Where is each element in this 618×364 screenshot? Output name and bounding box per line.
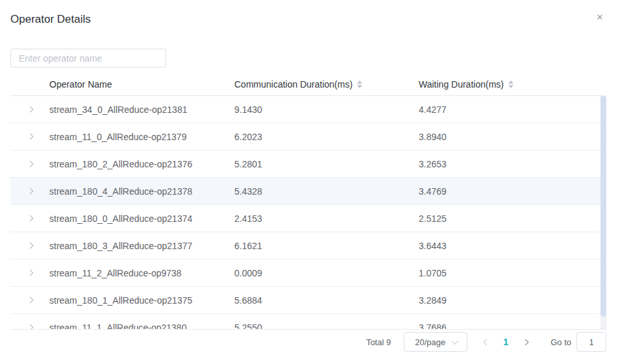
operator-table: Operator Name Communication Duration(ms)… — [10, 73, 606, 330]
page-size-value: 20/page — [415, 337, 445, 347]
chevron-right-icon — [27, 324, 33, 330]
sort-icon[interactable] — [508, 80, 513, 88]
page-size-select[interactable]: 20/page — [404, 332, 467, 352]
operator-name-cell: stream_11_0_AllReduce-op21379 — [49, 132, 234, 142]
chevron-right-icon — [522, 339, 528, 345]
waiting-duration-cell: 3.2653 — [419, 159, 606, 169]
waiting-duration-cell: 2.5125 — [419, 213, 606, 224]
chevron-right-icon — [27, 270, 33, 276]
waiting-duration-cell: 3.2849 — [419, 295, 606, 306]
current-page-number[interactable]: 1 — [496, 337, 515, 347]
waiting-duration-cell: 3.6443 — [419, 241, 606, 251]
column-header-label: Waiting Duration(ms) — [419, 79, 504, 90]
waiting-duration-cell: 3.4769 — [419, 186, 606, 197]
expand-row-button[interactable] — [10, 123, 49, 150]
operator-name-cell: stream_180_1_AllReduce-op21375 — [49, 295, 234, 306]
operator-name-cell: stream_180_4_AllReduce-op21378 — [49, 186, 234, 197]
chevron-right-icon — [27, 106, 33, 113]
communication-duration-cell: 6.1621 — [234, 241, 419, 251]
search-input[interactable] — [10, 49, 166, 67]
table-row: stream_180_4_AllReduce-op213785.43283.47… — [10, 178, 606, 205]
chevron-right-icon — [27, 297, 33, 304]
communication-duration-cell: 5.4328 — [234, 186, 419, 197]
column-header-label: Operator Name — [49, 79, 112, 90]
sort-icon[interactable] — [357, 80, 362, 88]
table-body: stream_34_0_AllReduce-op213819.14304.427… — [10, 96, 606, 330]
expand-row-button[interactable] — [10, 260, 49, 286]
table-row: stream_11_1_AllReduce-op213805.25503.768… — [10, 314, 606, 330]
chevron-right-icon — [27, 243, 33, 249]
waiting-duration-cell: 1.0705 — [419, 268, 606, 278]
pagination-bar: Total 9 20/page 1 Go to — [366, 332, 606, 352]
communication-duration-cell: 6.2023 — [234, 132, 419, 142]
operator-name-cell: stream_180_0_AllReduce-op21374 — [49, 213, 234, 224]
goto-label: Go to — [550, 337, 571, 347]
total-count-label: Total 9 — [366, 337, 391, 347]
operator-name-cell: stream_34_0_AllReduce-op21381 — [49, 104, 234, 115]
scrollbar-thumb[interactable] — [600, 96, 606, 317]
expand-row-button[interactable] — [10, 96, 49, 123]
chevron-right-icon — [27, 188, 33, 195]
page-title: Operator Details — [10, 13, 91, 26]
operator-name-cell: stream_11_1_AllReduce-op21380 — [49, 322, 234, 330]
communication-duration-cell: 0.0009 — [234, 268, 419, 278]
operator-name-cell: stream_11_2_AllReduce-op9738 — [49, 268, 234, 278]
column-header-waiting-duration: Waiting Duration(ms) — [419, 79, 606, 90]
column-header-label: Communication Duration(ms) — [234, 79, 352, 90]
goto-page-input[interactable] — [576, 332, 606, 352]
chevron-down-icon — [452, 338, 458, 345]
expand-row-button[interactable] — [10, 232, 49, 259]
table-row: stream_180_3_AllReduce-op213776.16213.64… — [10, 232, 606, 260]
expand-row-button[interactable] — [10, 178, 49, 204]
vertical-scrollbar[interactable] — [600, 96, 606, 329]
prev-page-button[interactable] — [476, 332, 496, 352]
next-page-button[interactable] — [515, 332, 535, 352]
chevron-left-icon — [483, 339, 489, 345]
expand-row-button[interactable] — [10, 205, 49, 232]
waiting-duration-cell: 3.7686 — [419, 322, 606, 330]
communication-duration-cell: 5.2801 — [234, 159, 419, 169]
operator-details-dialog: Operator Details ✕ Operator Name Communi… — [0, 0, 618, 364]
chevron-right-icon — [27, 161, 33, 167]
communication-duration-cell: 5.6884 — [234, 295, 419, 306]
expand-row-button[interactable] — [10, 151, 49, 177]
communication-duration-cell: 5.2550 — [234, 322, 419, 330]
expand-row-button[interactable] — [10, 314, 49, 330]
table-row: stream_180_1_AllReduce-op213755.68843.28… — [10, 287, 606, 314]
column-header-communication-duration: Communication Duration(ms) — [234, 79, 419, 90]
table-row: stream_180_0_AllReduce-op213742.41532.51… — [10, 205, 606, 232]
table-row: stream_34_0_AllReduce-op213819.14304.427… — [10, 96, 606, 123]
communication-duration-cell: 2.4153 — [234, 213, 419, 224]
operator-name-cell: stream_180_3_AllReduce-op21377 — [49, 241, 234, 251]
column-header-operator-name: Operator Name — [49, 79, 234, 90]
communication-duration-cell: 9.1430 — [234, 104, 419, 115]
waiting-duration-cell: 3.8940 — [419, 132, 606, 142]
table-row: stream_11_2_AllReduce-op97380.00091.0705 — [10, 260, 606, 287]
operator-name-cell: stream_180_2_AllReduce-op21376 — [49, 159, 234, 169]
table-row: stream_11_0_AllReduce-op213796.20233.894… — [10, 123, 606, 151]
table-header-row: Operator Name Communication Duration(ms)… — [10, 73, 606, 96]
waiting-duration-cell: 4.4277 — [419, 104, 606, 115]
close-icon[interactable]: ✕ — [593, 10, 606, 23]
chevron-right-icon — [27, 215, 33, 222]
table-row: stream_180_2_AllReduce-op213765.28013.26… — [10, 151, 606, 178]
chevron-right-icon — [27, 134, 33, 140]
expand-row-button[interactable] — [10, 287, 49, 313]
